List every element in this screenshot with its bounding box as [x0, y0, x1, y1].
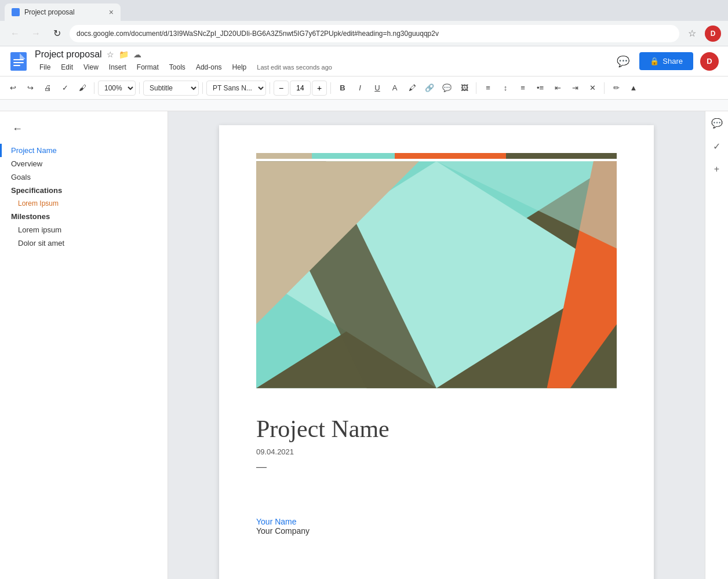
paragraph-style-select[interactable]: Subtitle Normal text Heading 1 Heading 2: [143, 81, 199, 96]
app-header: Project proposal ☆ 📁 ☁ File Edit View In…: [0, 46, 728, 77]
share-label: Share: [663, 57, 683, 65]
toolbar-divider-6: [476, 82, 476, 94]
geometric-illustration: [256, 159, 617, 391]
menu-addons[interactable]: Add-ons: [191, 61, 227, 74]
menu-file[interactable]: File: [35, 61, 55, 74]
underline-button[interactable]: U: [369, 80, 385, 96]
star-icon[interactable]: ☆: [107, 50, 114, 59]
menu-tools[interactable]: Tools: [165, 61, 190, 74]
user-avatar[interactable]: D: [700, 52, 719, 71]
right-panel-check-icon[interactable]: ✓: [710, 139, 724, 153]
forward-button[interactable]: →: [28, 26, 44, 42]
document-your-name: Your Name: [256, 517, 617, 526]
document-title[interactable]: Project proposal: [35, 49, 102, 60]
toolbar-divider-1: [94, 82, 94, 94]
numbered-list-button[interactable]: ≡: [515, 80, 531, 96]
svg-rect-0: [10, 52, 27, 71]
document-your-company: Your Company: [256, 526, 617, 536]
back-button[interactable]: ←: [7, 26, 23, 42]
indent-increase-button[interactable]: ⇥: [567, 80, 583, 96]
menu-edit[interactable]: Edit: [56, 61, 78, 74]
italic-button[interactable]: I: [352, 80, 368, 96]
menu-format[interactable]: Format: [132, 61, 163, 74]
toolbar-divider-5: [330, 82, 331, 94]
undo-button[interactable]: ↩: [5, 80, 21, 96]
address-bar[interactable]: [70, 25, 679, 42]
bullet-list-button[interactable]: •≡: [532, 80, 548, 96]
cloud-icon[interactable]: ☁: [133, 50, 141, 59]
document-dash: —: [256, 461, 617, 473]
document-area: Project Name 09.04.2021 — Your Name Your…: [168, 111, 705, 579]
spellcheck-button[interactable]: ✓: [57, 80, 73, 96]
tab-title: Project proposal: [24, 8, 75, 16]
bold-button[interactable]: B: [334, 80, 351, 96]
alignment-button[interactable]: ≡: [480, 80, 496, 96]
refresh-button[interactable]: ↻: [49, 26, 65, 42]
bookmark-button[interactable]: ☆: [684, 26, 700, 42]
paint-format-button[interactable]: 🖌: [74, 80, 90, 96]
font-size-increase-button[interactable]: +: [312, 81, 327, 96]
image-button[interactable]: 🖼: [456, 80, 472, 96]
doc-title-area: Project proposal ☆ 📁 ☁ File Edit View In…: [35, 49, 332, 74]
tab-favicon: [12, 8, 20, 16]
main-area: ← Project Name Overview Goals Specificat…: [0, 111, 728, 579]
comments-button[interactable]: 💬: [614, 52, 632, 71]
right-panel-add-icon[interactable]: +: [710, 162, 724, 176]
svg-rect-1: [13, 59, 24, 60]
svg-rect-2: [13, 62, 24, 63]
toolbar-divider-2: [139, 82, 140, 94]
font-size-input[interactable]: [290, 81, 311, 96]
outline-item-lorem-ipsum-1[interactable]: Lorem Ipsum: [0, 197, 168, 210]
font-select[interactable]: PT Sans N...: [206, 81, 266, 96]
right-panel-chat-icon[interactable]: 💬: [710, 116, 724, 130]
color-bar-orange: [395, 153, 505, 159]
color-bar: [256, 153, 617, 159]
link-button[interactable]: 🔗: [421, 80, 438, 96]
font-size-decrease-button[interactable]: −: [274, 81, 289, 96]
outline-item-goals[interactable]: Goals: [0, 170, 168, 184]
cover-image: [256, 153, 617, 396]
docs-logo: [9, 52, 28, 71]
collapse-toolbar-button[interactable]: ▲: [625, 80, 642, 96]
highlight-button[interactable]: 🖍: [404, 80, 420, 96]
print-button[interactable]: 🖨: [39, 80, 56, 96]
color-bar-teal: [312, 153, 395, 159]
outline-item-overview[interactable]: Overview: [0, 157, 168, 170]
menu-bar: File Edit View Insert Format Tools Add-o…: [35, 61, 332, 74]
outline-item-milestones[interactable]: Milestones: [0, 210, 168, 223]
profile-button[interactable]: D: [705, 26, 721, 42]
header-right: 💬 🔒 Share D: [614, 52, 719, 71]
color-bar-dark: [506, 153, 617, 159]
toolbar: ↩ ↪ 🖨 ✓ 🖌 100% Subtitle Normal text Head…: [0, 77, 728, 100]
outline-item-specifications[interactable]: Specifications: [0, 184, 168, 197]
toolbar-divider-4: [270, 82, 270, 94]
menu-insert[interactable]: Insert: [104, 61, 131, 74]
tab-close-button[interactable]: ×: [109, 8, 114, 17]
last-edit-status: Last edit was seconds ago: [257, 64, 332, 71]
document-project-name: Project Name: [256, 415, 617, 443]
active-tab[interactable]: Project proposal ×: [5, 3, 121, 21]
editing-mode-button[interactable]: ✏: [608, 80, 624, 96]
document-outline-sidebar: ← Project Name Overview Goals Specificat…: [0, 111, 168, 579]
outline-back-button[interactable]: ←: [9, 121, 26, 137]
document-page: Project Name 09.04.2021 — Your Name Your…: [219, 125, 654, 579]
outline-item-project-name[interactable]: Project Name: [0, 144, 168, 157]
lock-icon: 🔒: [650, 57, 659, 65]
outline-item-lorem-ipsum-2[interactable]: Lorem ipsum: [0, 223, 168, 236]
menu-help[interactable]: Help: [228, 61, 252, 74]
tab-bar: Project proposal ×: [0, 0, 728, 21]
comment-button[interactable]: 💬: [439, 80, 455, 96]
folder-icon[interactable]: 📁: [119, 50, 129, 59]
text-color-button[interactable]: A: [387, 80, 403, 96]
line-spacing-button[interactable]: ↕: [497, 80, 514, 96]
zoom-select[interactable]: 100%: [98, 81, 136, 96]
svg-rect-3: [13, 65, 20, 66]
redo-button[interactable]: ↪: [22, 80, 38, 96]
share-button[interactable]: 🔒 Share: [639, 52, 693, 70]
toolbar-divider-3: [202, 82, 203, 94]
outline-item-dolor-sit-amet[interactable]: Dolor sit amet: [0, 236, 168, 250]
indent-decrease-button[interactable]: ⇤: [549, 80, 566, 96]
clear-formatting-button[interactable]: ✕: [584, 80, 600, 96]
menu-view[interactable]: View: [79, 61, 103, 74]
document-date: 09.04.2021: [256, 447, 617, 456]
